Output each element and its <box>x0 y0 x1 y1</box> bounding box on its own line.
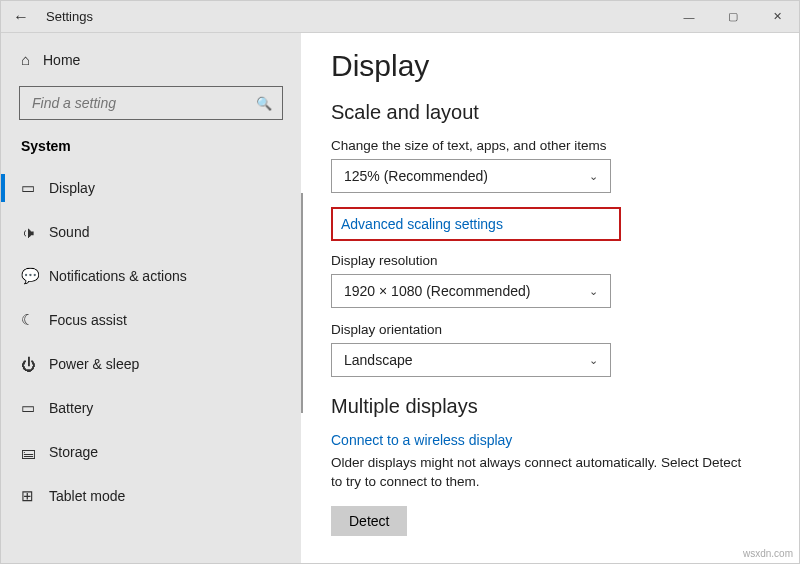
sidebar-item-label: Battery <box>49 400 93 416</box>
home-label: Home <box>43 52 80 68</box>
notifications-actions-icon: 💬 <box>21 267 49 285</box>
detect-button[interactable]: Detect <box>331 506 407 536</box>
wireless-display-link[interactable]: Connect to a wireless display <box>331 432 769 448</box>
scale-value: 125% (Recommended) <box>344 168 488 184</box>
home-icon: ⌂ <box>21 51 43 68</box>
orientation-label: Display orientation <box>331 322 769 337</box>
display-icon: ▭ <box>21 179 49 197</box>
sidebar-item-tablet-mode[interactable]: ⊞Tablet mode <box>1 474 301 518</box>
orientation-dropdown[interactable]: Landscape ⌄ <box>331 343 611 377</box>
minimize-button[interactable]: — <box>667 1 711 33</box>
titlebar: ← Settings — ▢ ✕ <box>1 1 799 33</box>
section-scale-layout: Scale and layout <box>331 101 769 124</box>
maximize-button[interactable]: ▢ <box>711 1 755 33</box>
highlight-box: Advanced scaling settings <box>331 207 621 241</box>
sidebar-item-notifications-actions[interactable]: 💬Notifications & actions <box>1 254 301 298</box>
chevron-down-icon: ⌄ <box>589 170 598 183</box>
sidebar: ⌂ Home 🔍 System ▭Display🕩Sound💬Notificat… <box>1 33 301 563</box>
focus-assist-icon: ☾ <box>21 311 49 329</box>
sidebar-item-label: Sound <box>49 224 89 240</box>
close-button[interactable]: ✕ <box>755 1 799 33</box>
page-title: Display <box>331 49 769 83</box>
window-title: Settings <box>46 9 93 24</box>
sidebar-item-focus-assist[interactable]: ☾Focus assist <box>1 298 301 342</box>
chevron-down-icon: ⌄ <box>589 285 598 298</box>
advanced-scaling-link[interactable]: Advanced scaling settings <box>341 216 503 232</box>
older-displays-text: Older displays might not always connect … <box>331 454 751 492</box>
watermark: wsxdn.com <box>743 548 793 559</box>
sidebar-item-display[interactable]: ▭Display <box>1 166 301 210</box>
home-button[interactable]: ⌂ Home <box>1 43 301 76</box>
tablet-mode-icon: ⊞ <box>21 487 49 505</box>
orientation-value: Landscape <box>344 352 413 368</box>
sidebar-item-storage[interactable]: 🖴Storage <box>1 430 301 474</box>
battery-icon: ▭ <box>21 399 49 417</box>
scale-label: Change the size of text, apps, and other… <box>331 138 769 153</box>
sound-icon: 🕩 <box>21 224 49 241</box>
scroll-indicator[interactable] <box>301 193 303 413</box>
sidebar-item-battery[interactable]: ▭Battery <box>1 386 301 430</box>
back-button[interactable]: ← <box>1 8 41 26</box>
sidebar-item-sound[interactable]: 🕩Sound <box>1 210 301 254</box>
resolution-dropdown[interactable]: 1920 × 1080 (Recommended) ⌄ <box>331 274 611 308</box>
section-multiple-displays: Multiple displays <box>331 395 769 418</box>
resolution-value: 1920 × 1080 (Recommended) <box>344 283 530 299</box>
sidebar-item-power-sleep[interactable]: ⏻Power & sleep <box>1 342 301 386</box>
sidebar-item-label: Tablet mode <box>49 488 125 504</box>
category-label: System <box>1 134 301 166</box>
scale-dropdown[interactable]: 125% (Recommended) ⌄ <box>331 159 611 193</box>
sidebar-item-label: Storage <box>49 444 98 460</box>
search-input[interactable] <box>30 94 256 112</box>
storage-icon: 🖴 <box>21 444 49 461</box>
sidebar-item-label: Display <box>49 180 95 196</box>
power-sleep-icon: ⏻ <box>21 356 49 373</box>
resolution-label: Display resolution <box>331 253 769 268</box>
chevron-down-icon: ⌄ <box>589 354 598 367</box>
search-box[interactable]: 🔍 <box>19 86 283 120</box>
content-pane: Display Scale and layout Change the size… <box>301 33 799 563</box>
sidebar-item-label: Notifications & actions <box>49 268 187 284</box>
search-icon: 🔍 <box>256 96 272 111</box>
sidebar-item-label: Power & sleep <box>49 356 139 372</box>
sidebar-item-label: Focus assist <box>49 312 127 328</box>
